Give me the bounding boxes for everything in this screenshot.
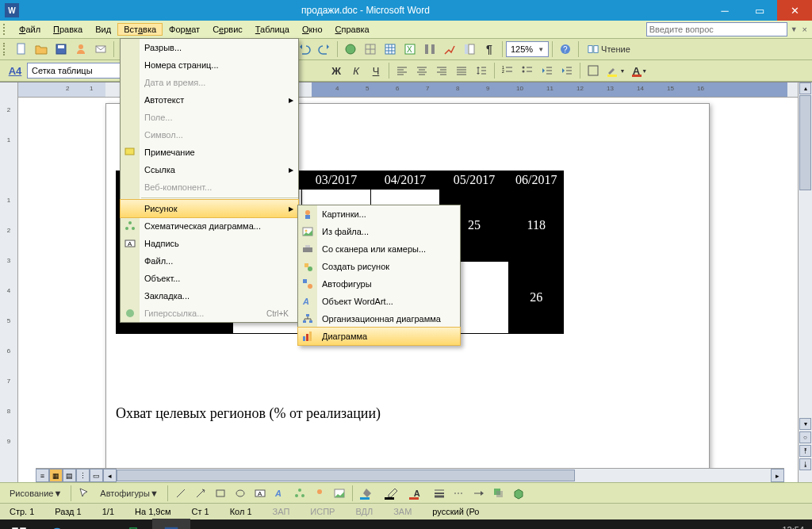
- drawing-menu-button[interactable]: Рисование ▼: [4, 484, 67, 503]
- wordart-button[interactable]: A: [270, 484, 289, 503]
- menu-item-file[interactable]: Файл...: [121, 252, 298, 270]
- borders-button[interactable]: [584, 61, 603, 80]
- vertical-ruler[interactable]: 21 12 34 56 78 9: [0, 82, 18, 482]
- insert-diagram-button[interactable]: [290, 484, 309, 503]
- line-style-button[interactable]: [430, 484, 449, 503]
- autoshapes-menu-button[interactable]: Автофигуры ▼: [94, 484, 163, 503]
- new-doc-button[interactable]: [12, 40, 31, 59]
- status-trk[interactable]: ИСПР: [305, 507, 339, 516]
- taskbar-store[interactable]: [114, 519, 152, 529]
- redo-button[interactable]: [315, 40, 334, 59]
- rectangle-button[interactable]: [211, 484, 230, 503]
- minimize-button[interactable]: ─: [707, 0, 742, 21]
- menu-help[interactable]: Справка: [329, 23, 376, 36]
- columns-button[interactable]: [420, 40, 439, 59]
- email-button[interactable]: [91, 40, 110, 59]
- menu-format[interactable]: Формат: [163, 23, 206, 36]
- status-lang[interactable]: русский (Ро: [427, 507, 484, 516]
- help-search[interactable]: [646, 22, 787, 36]
- tray-time[interactable]: 12:54: [760, 525, 804, 529]
- menu-item-new-drawing[interactable]: Создать рисунок: [298, 258, 460, 275]
- menu-item-diagram-schematic[interactable]: Схематическая диаграмма...: [121, 217, 298, 235]
- dash-style-button[interactable]: [450, 484, 469, 503]
- menu-table[interactable]: Таблица: [249, 23, 296, 36]
- save-button[interactable]: [52, 40, 71, 59]
- show-formatting-button[interactable]: ¶: [480, 40, 499, 59]
- arrow-style-button[interactable]: [469, 484, 488, 503]
- menu-item-page-numbers[interactable]: Номера страниц...: [121, 56, 298, 74]
- menu-item-textbox[interactable]: AНадпись: [121, 235, 298, 252]
- menu-insert[interactable]: Вставка: [117, 23, 163, 36]
- tables-borders-button[interactable]: [361, 40, 380, 59]
- menu-item-wordart[interactable]: AОбъект WordArt...: [298, 293, 460, 310]
- menu-item-scanner[interactable]: Со сканера или камеры...: [298, 240, 460, 258]
- menu-item-autoshapes[interactable]: Автофигуры: [298, 275, 460, 293]
- normal-view-button[interactable]: ≡: [36, 469, 49, 482]
- scroll-down-button[interactable]: ▾: [799, 418, 811, 430]
- help-search-input[interactable]: [646, 22, 787, 36]
- menu-item-org-chart[interactable]: Организационная диаграмма: [298, 310, 460, 328]
- scroll-left-button[interactable]: ◂: [103, 469, 117, 482]
- menu-item-symbol[interactable]: Символ...: [121, 126, 298, 144]
- font-color-button[interactable]: A▼: [628, 61, 652, 80]
- vertical-scrollbar[interactable]: ▴ ▾ ○ ⭱ ⭳: [798, 82, 812, 482]
- status-ext[interactable]: ВДЛ: [350, 507, 377, 516]
- next-page-button[interactable]: ⭳: [799, 458, 811, 470]
- bullets-button[interactable]: [518, 61, 537, 80]
- system-tray[interactable]: FREE-OFFICE.NET ▲ РУС 📶 🔊 12:54 30.08.20…: [569, 525, 812, 529]
- menu-item-clipart[interactable]: Картинки...: [298, 205, 460, 223]
- menu-item-break[interactable]: Разрыв...: [121, 39, 298, 56]
- select-objects-button[interactable]: [75, 484, 94, 503]
- status-rec[interactable]: ЗАП: [268, 507, 295, 516]
- start-button[interactable]: [0, 519, 38, 529]
- arrow-button[interactable]: [191, 484, 210, 503]
- menu-file[interactable]: Файл: [13, 23, 47, 36]
- scroll-thumb[interactable]: [799, 95, 811, 190]
- prev-page-button[interactable]: ⭱: [799, 445, 811, 457]
- line-color-button[interactable]: [381, 484, 404, 503]
- reading-view-button[interactable]: ▭: [90, 469, 103, 482]
- menu-item-comment[interactable]: Примечание: [121, 144, 298, 161]
- browse-object-button[interactable]: ○: [799, 431, 811, 443]
- doc-map-button[interactable]: [460, 40, 479, 59]
- taskbar-explorer[interactable]: [76, 519, 114, 529]
- help-button[interactable]: ?: [556, 40, 575, 59]
- italic-button[interactable]: К: [347, 61, 366, 80]
- insert-picture-button[interactable]: [330, 484, 349, 503]
- underline-button[interactable]: Ч: [366, 61, 385, 80]
- highlight-button[interactable]: ▼: [603, 61, 627, 80]
- menu-item-picture[interactable]: Рисунок▶: [120, 199, 299, 218]
- menu-view[interactable]: Вид: [89, 23, 117, 36]
- numbering-button[interactable]: 12: [498, 61, 517, 80]
- hyperlink-button[interactable]: [341, 40, 360, 59]
- drawing-toolbar-button[interactable]: [440, 40, 459, 59]
- outline-view-button[interactable]: ⋮: [76, 469, 90, 482]
- zoom-combo[interactable]: 125%▼: [506, 41, 549, 57]
- permission-button[interactable]: [71, 40, 90, 59]
- open-button[interactable]: [32, 40, 51, 59]
- textbox-button[interactable]: A: [251, 484, 270, 503]
- menu-item-chart[interactable]: Диаграмма: [297, 327, 461, 346]
- insert-clipart-button[interactable]: [310, 484, 329, 503]
- shadow-button[interactable]: [489, 484, 508, 503]
- menu-item-object[interactable]: Объект...: [121, 270, 298, 287]
- menu-item-hyperlink[interactable]: Гиперссылка...Ctrl+K: [121, 305, 298, 322]
- toolbar-grip[interactable]: [3, 43, 10, 56]
- align-center-button[interactable]: [412, 61, 431, 80]
- justify-button[interactable]: [452, 61, 471, 80]
- menu-item-web-component[interactable]: Веб-компонент...: [121, 178, 298, 196]
- menu-edit[interactable]: Правка: [47, 23, 89, 36]
- bold-button[interactable]: Ж: [327, 61, 346, 80]
- excel-button[interactable]: X: [400, 40, 419, 59]
- print-view-button[interactable]: ▤: [63, 469, 76, 482]
- 3d-button[interactable]: [509, 484, 528, 503]
- align-left-button[interactable]: [393, 61, 412, 80]
- menu-window[interactable]: Окно: [296, 23, 329, 36]
- read-mode-button[interactable]: Чтение: [582, 40, 636, 59]
- menu-item-from-file[interactable]: Из файла...: [298, 223, 460, 240]
- close-button[interactable]: ✕: [777, 0, 812, 21]
- horizontal-scrollbar[interactable]: ≡ ▦ ▤ ⋮ ▭ ◂ ▸: [36, 468, 784, 482]
- taskbar-word[interactable]: W: [152, 519, 190, 529]
- line-button[interactable]: [171, 484, 190, 503]
- scroll-right-button[interactable]: ▸: [771, 469, 784, 482]
